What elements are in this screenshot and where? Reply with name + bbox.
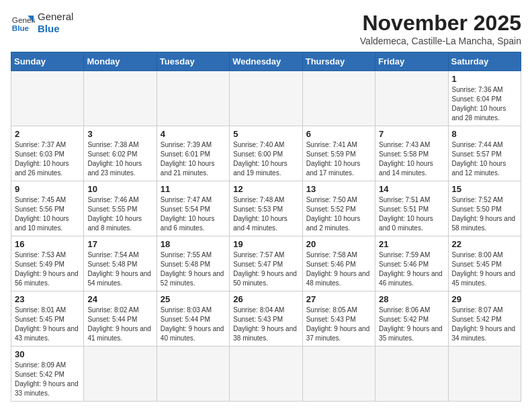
calendar-cell: 28Sunrise: 8:06 AM Sunset: 5:42 PM Dayli… — [375, 291, 448, 347]
calendar-cell — [84, 347, 157, 402]
calendar-cell: 26Sunrise: 8:04 AM Sunset: 5:43 PM Dayli… — [230, 291, 302, 347]
day-info: Sunrise: 7:39 AM Sunset: 6:01 PM Dayligh… — [161, 140, 226, 178]
day-info: Sunrise: 7:36 AM Sunset: 6:04 PM Dayligh… — [452, 85, 517, 123]
calendar-cell: 5Sunrise: 7:40 AM Sunset: 6:00 PM Daylig… — [230, 126, 302, 181]
calendar-cell: 27Sunrise: 8:05 AM Sunset: 5:43 PM Dayli… — [302, 291, 375, 347]
day-info: Sunrise: 8:09 AM Sunset: 5:42 PM Dayligh… — [15, 361, 80, 398]
weekday-header-cell: Sunday — [11, 52, 84, 71]
calendar-cell: 10Sunrise: 7:46 AM Sunset: 5:55 PM Dayli… — [84, 181, 157, 236]
day-number: 26 — [233, 294, 298, 304]
calendar-cell: 3Sunrise: 7:38 AM Sunset: 6:02 PM Daylig… — [84, 126, 157, 181]
day-info: Sunrise: 8:00 AM Sunset: 5:45 PM Dayligh… — [452, 250, 517, 288]
day-number: 3 — [87, 129, 152, 139]
week-row: 30Sunrise: 8:09 AM Sunset: 5:42 PM Dayli… — [11, 347, 521, 402]
logo-blue-text: Blue — [38, 23, 73, 35]
day-info: Sunrise: 7:45 AM Sunset: 5:56 PM Dayligh… — [15, 195, 80, 233]
day-info: Sunrise: 7:55 AM Sunset: 5:48 PM Dayligh… — [161, 250, 226, 288]
day-info: Sunrise: 7:57 AM Sunset: 5:47 PM Dayligh… — [233, 250, 298, 288]
day-info: Sunrise: 7:50 AM Sunset: 5:52 PM Dayligh… — [306, 195, 371, 233]
weekday-header-cell: Friday — [375, 52, 448, 71]
week-row: 23Sunrise: 8:01 AM Sunset: 5:45 PM Dayli… — [11, 291, 521, 347]
day-info: Sunrise: 7:48 AM Sunset: 5:53 PM Dayligh… — [233, 195, 298, 233]
calendar-cell: 21Sunrise: 7:59 AM Sunset: 5:46 PM Dayli… — [375, 236, 448, 291]
day-number: 9 — [15, 184, 80, 194]
day-info: Sunrise: 7:51 AM Sunset: 5:51 PM Dayligh… — [379, 195, 444, 233]
calendar-cell: 23Sunrise: 8:01 AM Sunset: 5:45 PM Dayli… — [11, 291, 84, 347]
day-number: 1 — [452, 74, 517, 84]
calendar-body: 1Sunrise: 7:36 AM Sunset: 6:04 PM Daylig… — [11, 71, 521, 402]
day-number: 30 — [15, 349, 80, 359]
day-number: 28 — [379, 294, 444, 304]
day-number: 13 — [306, 184, 371, 194]
calendar-cell: 17Sunrise: 7:54 AM Sunset: 5:48 PM Dayli… — [84, 236, 157, 291]
day-info: Sunrise: 7:37 AM Sunset: 6:03 PM Dayligh… — [15, 140, 80, 178]
day-number: 21 — [379, 239, 444, 249]
logo-general-text: General — [38, 11, 73, 23]
calendar-cell: 30Sunrise: 8:09 AM Sunset: 5:42 PM Dayli… — [11, 347, 84, 402]
logo: General Blue General Blue — [11, 11, 73, 35]
day-info: Sunrise: 8:05 AM Sunset: 5:43 PM Dayligh… — [306, 306, 371, 343]
calendar-cell — [448, 347, 521, 402]
weekday-header-row: SundayMondayTuesdayWednesdayThursdayFrid… — [11, 52, 521, 71]
calendar-cell: 1Sunrise: 7:36 AM Sunset: 6:04 PM Daylig… — [448, 71, 521, 126]
day-number: 7 — [379, 129, 444, 139]
calendar-cell: 4Sunrise: 7:39 AM Sunset: 6:01 PM Daylig… — [157, 126, 229, 181]
day-number: 25 — [161, 294, 226, 304]
calendar-cell: 11Sunrise: 7:47 AM Sunset: 5:54 PM Dayli… — [157, 181, 229, 236]
day-number: 17 — [87, 239, 152, 249]
calendar-cell: 13Sunrise: 7:50 AM Sunset: 5:52 PM Dayli… — [302, 181, 375, 236]
calendar-cell: 8Sunrise: 7:44 AM Sunset: 5:57 PM Daylig… — [448, 126, 521, 181]
day-info: Sunrise: 8:07 AM Sunset: 5:42 PM Dayligh… — [452, 306, 517, 343]
calendar-cell: 24Sunrise: 8:02 AM Sunset: 5:44 PM Dayli… — [84, 291, 157, 347]
calendar-cell: 22Sunrise: 8:00 AM Sunset: 5:45 PM Dayli… — [448, 236, 521, 291]
calendar-cell: 20Sunrise: 7:58 AM Sunset: 5:46 PM Dayli… — [302, 236, 375, 291]
day-number: 16 — [15, 239, 80, 249]
day-info: Sunrise: 8:03 AM Sunset: 5:44 PM Dayligh… — [161, 306, 226, 343]
day-number: 14 — [379, 184, 444, 194]
calendar-cell: 15Sunrise: 7:52 AM Sunset: 5:50 PM Dayli… — [448, 181, 521, 236]
calendar-cell — [302, 71, 375, 126]
calendar-cell: 7Sunrise: 7:43 AM Sunset: 5:58 PM Daylig… — [375, 126, 448, 181]
weekday-header-cell: Thursday — [302, 52, 375, 71]
calendar-cell: 25Sunrise: 8:03 AM Sunset: 5:44 PM Dayli… — [157, 291, 229, 347]
day-number: 5 — [233, 129, 298, 139]
calendar-cell: 6Sunrise: 7:41 AM Sunset: 5:59 PM Daylig… — [302, 126, 375, 181]
week-row: 9Sunrise: 7:45 AM Sunset: 5:56 PM Daylig… — [11, 181, 521, 236]
calendar-cell — [11, 71, 84, 126]
day-number: 6 — [306, 129, 371, 139]
day-info: Sunrise: 8:06 AM Sunset: 5:42 PM Dayligh… — [379, 306, 444, 343]
calendar-cell — [375, 347, 448, 402]
day-info: Sunrise: 8:01 AM Sunset: 5:45 PM Dayligh… — [15, 306, 80, 343]
logo-icon: General Blue — [11, 11, 35, 35]
day-number: 10 — [87, 184, 152, 194]
calendar-cell: 16Sunrise: 7:53 AM Sunset: 5:49 PM Dayli… — [11, 236, 84, 291]
day-info: Sunrise: 7:46 AM Sunset: 5:55 PM Dayligh… — [87, 195, 152, 233]
calendar-cell — [157, 347, 229, 402]
calendar-cell: 18Sunrise: 7:55 AM Sunset: 5:48 PM Dayli… — [157, 236, 229, 291]
day-number: 8 — [452, 129, 517, 139]
day-info: Sunrise: 7:52 AM Sunset: 5:50 PM Dayligh… — [452, 195, 517, 233]
calendar-cell — [375, 71, 448, 126]
weekday-header-cell: Saturday — [448, 52, 521, 71]
day-info: Sunrise: 7:59 AM Sunset: 5:46 PM Dayligh… — [379, 250, 444, 288]
day-number: 15 — [452, 184, 517, 194]
day-info: Sunrise: 7:40 AM Sunset: 6:00 PM Dayligh… — [233, 140, 298, 178]
calendar-cell: 2Sunrise: 7:37 AM Sunset: 6:03 PM Daylig… — [11, 126, 84, 181]
day-info: Sunrise: 7:44 AM Sunset: 5:57 PM Dayligh… — [452, 140, 517, 178]
day-info: Sunrise: 7:41 AM Sunset: 5:59 PM Dayligh… — [306, 140, 371, 178]
day-number: 19 — [233, 239, 298, 249]
location-title: Valdemeca, Castille-La Mancha, Spain — [360, 36, 521, 46]
day-number: 18 — [161, 239, 226, 249]
week-row: 1Sunrise: 7:36 AM Sunset: 6:04 PM Daylig… — [11, 71, 521, 126]
day-info: Sunrise: 7:43 AM Sunset: 5:58 PM Dayligh… — [379, 140, 444, 178]
day-number: 12 — [233, 184, 298, 194]
day-number: 11 — [161, 184, 226, 194]
day-info: Sunrise: 7:58 AM Sunset: 5:46 PM Dayligh… — [306, 250, 371, 288]
calendar-cell — [302, 347, 375, 402]
week-row: 16Sunrise: 7:53 AM Sunset: 5:49 PM Dayli… — [11, 236, 521, 291]
calendar-cell — [230, 71, 302, 126]
month-title: November 2025 — [360, 11, 521, 36]
weekday-header-cell: Monday — [84, 52, 157, 71]
day-info: Sunrise: 7:38 AM Sunset: 6:02 PM Dayligh… — [87, 140, 152, 178]
day-number: 24 — [87, 294, 152, 304]
